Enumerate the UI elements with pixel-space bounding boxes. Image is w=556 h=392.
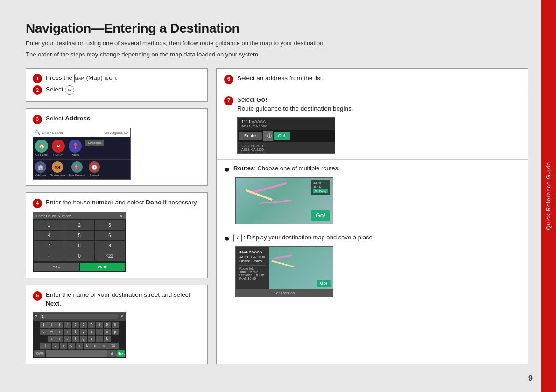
numpad-key-9[interactable]: 9 bbox=[95, 241, 125, 251]
detail-country: United States bbox=[239, 259, 265, 263]
step-num-7: 7 bbox=[224, 96, 233, 105]
screen-3-bottom-icons: 🏢 Address 🍽 Restaurants ⛽ Gas Stations bbox=[33, 159, 130, 179]
icon-honda: H HONDA bbox=[52, 140, 65, 156]
map-time-2-row: 18:07 bbox=[313, 185, 328, 189]
key-y[interactable]: y bbox=[80, 329, 87, 335]
key-shift[interactable]: ⇧ bbox=[40, 343, 51, 349]
key-f[interactable]: f bbox=[72, 336, 79, 342]
numpad-key-4[interactable]: 4 bbox=[34, 231, 64, 240]
key-u[interactable]: u bbox=[88, 329, 95, 335]
key-1[interactable]: 1 bbox=[40, 322, 48, 328]
numpad-key-dash[interactable]: - bbox=[34, 251, 64, 261]
compass-icon: ⊙ bbox=[65, 85, 74, 95]
recent-icon: 🕒 bbox=[89, 161, 100, 173]
keyboard-mockup: ? 1 ✕ 1 2 3 4 5 6 7 bbox=[33, 312, 126, 358]
step-num-3: 3 bbox=[33, 115, 42, 124]
numpad-key-6[interactable]: 6 bbox=[95, 231, 125, 240]
key-lang[interactable]: ⊕ bbox=[107, 350, 117, 357]
gas-label: Gas Stations bbox=[69, 174, 84, 176]
numpad-close-icon: ✕ bbox=[120, 214, 123, 218]
numpad-key-7[interactable]: 7 bbox=[34, 241, 64, 251]
detail-addr: 1111 AAAAA bbox=[239, 250, 265, 254]
search-question-icon: ? bbox=[35, 315, 37, 319]
key-t[interactable]: t bbox=[72, 329, 79, 335]
numpad-mockup: Enter House Number ✕ 1 2 3 4 5 6 7 8 bbox=[33, 212, 126, 272]
key-7[interactable]: 7 bbox=[88, 322, 95, 328]
key-m[interactable]: m bbox=[99, 343, 107, 349]
key-d[interactable]: d bbox=[64, 336, 71, 342]
key-0[interactable]: 0 bbox=[112, 322, 119, 328]
map-go-button[interactable]: Go! bbox=[311, 210, 330, 221]
key-backspace[interactable]: ⌫ bbox=[107, 343, 119, 349]
key-k[interactable]: k bbox=[104, 336, 111, 342]
go-button[interactable]: Go! bbox=[274, 132, 290, 140]
numpad-key-backspace[interactable]: ⌫ bbox=[95, 251, 125, 261]
key-2[interactable]: 2 bbox=[48, 322, 56, 328]
next-button[interactable]: Next bbox=[117, 350, 125, 357]
info-button[interactable]: ⓘ bbox=[263, 131, 273, 141]
step-6-text: Select an address from the list. bbox=[237, 74, 324, 83]
key-v[interactable]: v bbox=[76, 343, 83, 349]
restaurants-label: Restaurants bbox=[50, 174, 65, 176]
key-i[interactable]: i bbox=[96, 329, 103, 335]
key-h[interactable]: h bbox=[88, 336, 95, 342]
key-w[interactable]: w bbox=[48, 329, 56, 335]
keyboard-grid: 1 2 3 4 5 6 7 8 9 0 bbox=[33, 321, 126, 350]
numpad-key-1[interactable]: 1 bbox=[34, 220, 64, 230]
icon-recent: 🕒 Recent bbox=[89, 161, 100, 176]
numpad-key-5[interactable]: 5 bbox=[64, 231, 94, 240]
gas-icon: ⛽ bbox=[71, 161, 83, 173]
route-buttons: Routes ⓘ Go! bbox=[238, 130, 335, 142]
key-4[interactable]: 4 bbox=[64, 322, 71, 328]
map-time-1-row: 22 min bbox=[313, 181, 328, 184]
key-3[interactable]: 3 bbox=[56, 322, 63, 328]
key-c[interactable]: c bbox=[68, 343, 75, 349]
bullet-info-text: i : Display your destination map and sav… bbox=[233, 233, 374, 242]
route-addr1-text: 1111 AAAAA bbox=[241, 119, 331, 124]
key-symbols[interactable]: @#% bbox=[34, 350, 45, 357]
detail-fuel: Fuel: $0.86 bbox=[239, 277, 265, 280]
key-p[interactable]: p bbox=[112, 329, 119, 335]
keyboard-search-row: ? 1 ✕ bbox=[33, 313, 126, 321]
key-n[interactable]: n bbox=[91, 343, 99, 349]
key-s[interactable]: s bbox=[56, 336, 63, 342]
step-1-row: 1 Press the MAP (Map) icon. bbox=[33, 73, 201, 83]
key-z[interactable]: z bbox=[52, 343, 59, 349]
key-o[interactable]: o bbox=[104, 329, 111, 335]
icon-address: 🏢 Address bbox=[35, 161, 46, 176]
routes-button[interactable]: Routes bbox=[239, 132, 262, 140]
detail-go-btn[interactable]: Go! bbox=[317, 280, 331, 287]
route-mockup: 1111 AAAAA AR11, CA 1000 Routes ⓘ Go! 22… bbox=[237, 117, 335, 154]
side-tab: Quick Reference Guide bbox=[541, 0, 556, 392]
numpad-key-2[interactable]: 2 bbox=[64, 220, 94, 230]
key-b[interactable]: b bbox=[84, 343, 91, 349]
route-info-label: Route Info bbox=[239, 265, 265, 270]
set-location-btn[interactable]: Set Location bbox=[236, 289, 333, 297]
numpad-key-0[interactable]: 0 bbox=[64, 251, 94, 261]
key-8[interactable]: 8 bbox=[96, 322, 103, 328]
key-e[interactable]: e bbox=[56, 329, 63, 335]
key-j[interactable]: j bbox=[96, 336, 103, 342]
restaurants-icon: 🍽 bbox=[52, 161, 63, 173]
numpad-key-8[interactable]: 8 bbox=[64, 241, 94, 251]
key-x[interactable]: x bbox=[60, 343, 67, 349]
categories-btn[interactable]: Categories bbox=[85, 140, 104, 146]
content-area: Navigation—Entering a Destination Enter … bbox=[26, 0, 528, 364]
key-space[interactable] bbox=[46, 350, 107, 357]
key-a[interactable]: a bbox=[48, 336, 56, 342]
route-addr1-sub: AR11, CA 1000 bbox=[241, 124, 331, 128]
key-5[interactable]: 5 bbox=[72, 322, 79, 328]
numpad-abc-btn[interactable]: ABC bbox=[34, 263, 79, 271]
key-6[interactable]: 6 bbox=[80, 322, 87, 328]
numpad-key-3[interactable]: 3 bbox=[95, 220, 125, 230]
route-addr2-sub: AB22, CA 2200 bbox=[241, 148, 331, 151]
numpad-header: Enter House Number ✕ bbox=[33, 212, 126, 219]
key-g[interactable]: g bbox=[80, 336, 87, 342]
numpad-done-btn[interactable]: Done bbox=[80, 263, 125, 271]
key-q[interactable]: q bbox=[40, 329, 48, 335]
key-r[interactable]: r bbox=[64, 329, 71, 335]
key-9[interactable]: 9 bbox=[104, 322, 111, 328]
places-icon: 📍 bbox=[69, 140, 82, 153]
keyboard-search-input[interactable]: 1 bbox=[40, 314, 118, 319]
honda-icon: H bbox=[52, 140, 65, 153]
